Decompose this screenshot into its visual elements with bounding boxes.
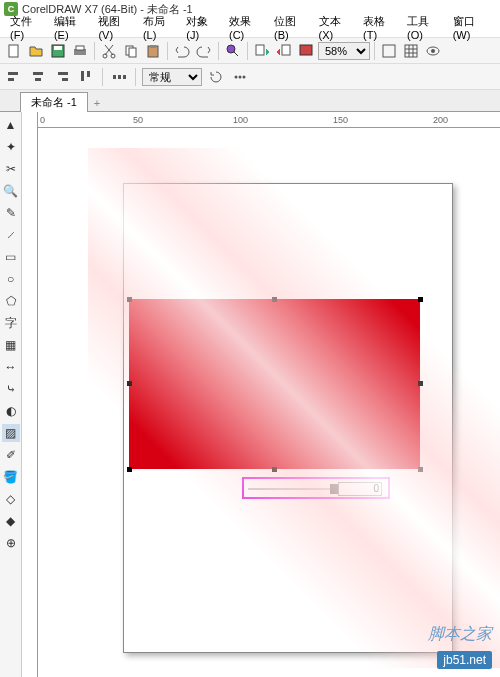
menu-text[interactable]: 文本(X) — [315, 12, 358, 43]
rectangle-object[interactable] — [129, 299, 420, 469]
transparency-tool-icon[interactable]: ▨ — [2, 424, 20, 442]
freehand-tool-icon[interactable]: ✎ — [2, 204, 20, 222]
crop-tool-icon[interactable]: ✂ — [2, 160, 20, 178]
selection-handle[interactable] — [127, 297, 132, 302]
tab-add-icon[interactable]: + — [88, 95, 106, 111]
separator — [247, 42, 248, 60]
svg-rect-16 — [405, 45, 417, 57]
tab-document[interactable]: 未命名 -1 — [20, 92, 88, 112]
svg-rect-28 — [118, 75, 121, 79]
menu-tools[interactable]: 工具(O) — [403, 12, 447, 43]
svg-rect-23 — [58, 72, 68, 75]
ruler-tick: 150 — [333, 115, 348, 125]
selection-handle[interactable] — [418, 467, 423, 472]
property-bar: 常规 — [0, 64, 500, 90]
plus-icon[interactable]: ⊕ — [2, 534, 20, 552]
style-select[interactable]: 常规 — [142, 68, 202, 86]
cut-icon[interactable] — [99, 41, 119, 61]
svg-rect-20 — [8, 78, 14, 81]
grid-icon[interactable] — [401, 41, 421, 61]
menu-view[interactable]: 视图(V) — [94, 12, 137, 43]
selection-handle[interactable] — [418, 297, 423, 302]
svg-rect-8 — [129, 48, 136, 57]
align-top-icon[interactable] — [76, 67, 96, 87]
open-icon[interactable] — [26, 41, 46, 61]
pick-tool-icon[interactable]: ▲ — [2, 116, 20, 134]
zoom-tool-icon[interactable]: 🔍 — [2, 182, 20, 200]
effects-tool-icon[interactable]: ◐ — [2, 402, 20, 420]
publish-icon[interactable] — [296, 41, 316, 61]
save-icon[interactable] — [48, 41, 68, 61]
selection-handle[interactable] — [127, 381, 132, 386]
menu-layout[interactable]: 布局(L) — [139, 12, 180, 43]
search-icon[interactable] — [223, 41, 243, 61]
new-icon[interactable] — [4, 41, 24, 61]
svg-rect-21 — [33, 72, 43, 75]
menu-effects[interactable]: 效果(C) — [225, 12, 268, 43]
more-icon[interactable] — [230, 67, 250, 87]
zoom-select[interactable]: 58% — [318, 42, 370, 60]
copy-icon[interactable] — [121, 41, 141, 61]
outline-tool-icon[interactable]: ◇ — [2, 490, 20, 508]
svg-rect-19 — [8, 72, 18, 75]
shape-tool-icon[interactable]: ✦ — [2, 138, 20, 156]
svg-rect-10 — [150, 45, 156, 48]
svg-point-32 — [243, 75, 246, 78]
dimension-tool-icon[interactable]: ↔ — [2, 358, 20, 376]
ruler-tick: 0 — [40, 115, 45, 125]
ruler-horizontal: 0 50 100 150 200 — [38, 112, 500, 128]
connector-tool-icon[interactable]: ⤷ — [2, 380, 20, 398]
workspace: 0 50 100 150 200 ▲ ✦ ✂ 🔍 ✎ ⟋ ▭ ○ ⬠ 字 ▦ ↔… — [0, 112, 500, 677]
selection-handle[interactable] — [272, 467, 277, 472]
interactive-fill-icon[interactable]: ◆ — [2, 512, 20, 530]
slider-thumb[interactable] — [330, 484, 338, 494]
menu-table[interactable]: 表格(T) — [359, 12, 401, 43]
redo-icon[interactable] — [194, 41, 214, 61]
menu-window[interactable]: 窗口(W) — [449, 12, 494, 43]
eyedropper-tool-icon[interactable]: ✐ — [2, 446, 20, 464]
transparency-value[interactable]: 0 — [338, 482, 382, 496]
menu-edit[interactable]: 编辑(E) — [50, 12, 93, 43]
fullscreen-icon[interactable] — [379, 41, 399, 61]
svg-point-30 — [235, 75, 238, 78]
text-tool-icon[interactable]: 字 — [2, 314, 20, 332]
align-left-icon[interactable] — [4, 67, 24, 87]
selection-handle[interactable] — [127, 467, 132, 472]
svg-rect-12 — [256, 45, 264, 55]
rectangle-tool-icon[interactable]: ▭ — [2, 248, 20, 266]
ellipse-tool-icon[interactable]: ○ — [2, 270, 20, 288]
menu-file[interactable]: 文件(F) — [6, 12, 48, 43]
separator — [102, 68, 103, 86]
ruler-tick: 100 — [233, 115, 248, 125]
selection-handle[interactable] — [418, 381, 423, 386]
svg-point-11 — [227, 45, 235, 53]
polygon-tool-icon[interactable]: ⬠ — [2, 292, 20, 310]
canvas[interactable]: 0 — [38, 128, 500, 677]
table-tool-icon[interactable]: ▦ — [2, 336, 20, 354]
align-right-icon[interactable] — [52, 67, 72, 87]
ruler-tick: 50 — [133, 115, 143, 125]
import-icon[interactable] — [252, 41, 272, 61]
svg-rect-13 — [282, 45, 290, 55]
undo-icon[interactable] — [172, 41, 192, 61]
print-icon[interactable] — [70, 41, 90, 61]
svg-rect-0 — [9, 45, 18, 57]
transparency-slider-highlight: 0 — [242, 477, 390, 499]
menu-bitmap[interactable]: 位图(B) — [270, 12, 313, 43]
selection-handle[interactable] — [272, 297, 277, 302]
export-icon[interactable] — [274, 41, 294, 61]
menu-object[interactable]: 对象(J) — [182, 12, 223, 43]
slider-track — [248, 488, 338, 490]
preview-icon[interactable] — [423, 41, 443, 61]
distribute-icon[interactable] — [109, 67, 129, 87]
smart-tool-icon[interactable]: ⟋ — [2, 226, 20, 244]
fill-tool-icon[interactable]: 🪣 — [2, 468, 20, 486]
refresh-icon[interactable] — [206, 67, 226, 87]
svg-rect-29 — [123, 75, 126, 79]
ruler-vertical — [22, 112, 38, 677]
separator — [135, 68, 136, 86]
toolbox: ▲ ✦ ✂ 🔍 ✎ ⟋ ▭ ○ ⬠ 字 ▦ ↔ ⤷ ◐ ▨ ✐ 🪣 ◇ ◆ ⊕ — [0, 112, 22, 677]
paste-icon[interactable] — [143, 41, 163, 61]
align-center-icon[interactable] — [28, 67, 48, 87]
svg-rect-24 — [62, 78, 68, 81]
